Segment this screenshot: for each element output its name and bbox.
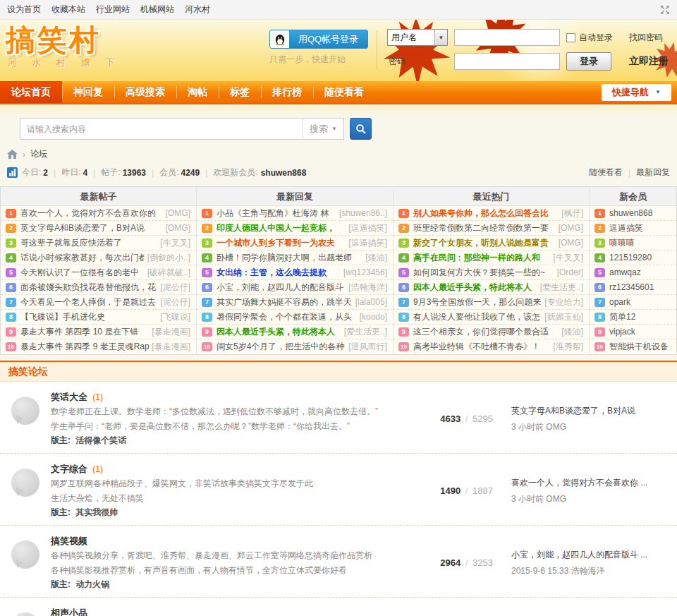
forum-name[interactable]: 文字综合	[51, 464, 87, 474]
auto-login-toggle[interactable]: 自动登录	[566, 32, 623, 44]
topbar-link[interactable]: 行业网站	[96, 4, 130, 16]
thread-tag[interactable]: [飞碟说]	[160, 311, 190, 323]
thread-link[interactable]: 如何回复何方大侠？要搞笑一些的~	[413, 267, 554, 279]
thread-tag[interactable]: [koodo]	[360, 312, 387, 322]
thread-tag[interactable]: [专业给力]	[544, 296, 583, 308]
breadcrumb-current[interactable]: 论坛	[30, 148, 47, 160]
nav-item-advanced-search[interactable]: 高级搜索	[114, 81, 176, 103]
thread-link[interactable]: 一个城市人到乡下看到一为农夫	[216, 237, 346, 249]
nav-item-ranking[interactable]: 排行榜	[261, 81, 313, 103]
login-type-select[interactable]: 用户名 ▼	[387, 29, 448, 46]
nav-item-collections[interactable]: 淘帖	[176, 81, 219, 103]
thread-tag[interactable]: [破碎就破..]	[147, 267, 190, 279]
thread-link[interactable]: 今天看见一个老人摔倒，于是就过去	[20, 296, 157, 308]
thread-link[interactable]: 小品《主角与配角》杜海涛 林	[216, 207, 336, 219]
topbar-link[interactable]: 河水村	[185, 4, 210, 16]
search-button[interactable]	[350, 118, 372, 140]
member-link[interactable]: amwqaz	[609, 267, 671, 277]
thread-link[interactable]: 高手在民间：那些神一样的路人和	[413, 252, 550, 264]
register-link[interactable]: 立即注册	[629, 55, 673, 68]
thread-tag[interactable]: [泥公仔]	[160, 296, 190, 308]
thread-link[interactable]: 9月3号全国放假一天，那么问题来	[413, 296, 542, 308]
latest-reply-link[interactable]: 最新回复	[636, 167, 670, 179]
thread-link[interactable]: 暑假同学聚会，个个都在装逼，从头	[216, 311, 357, 323]
thread-link[interactable]: 有人说没人要他让我收了他，该怎	[413, 311, 542, 323]
thread-link[interactable]: 哥这辈子就靠反应快活着了	[20, 237, 157, 249]
forum-name[interactable]: 搞笑视频	[51, 536, 87, 546]
thread-tag[interactable]: [Order]	[557, 267, 583, 277]
thread-link[interactable]: 卧槽！同学你脑洞好大啊，出题老师	[216, 252, 362, 264]
thread-link[interactable]: 因本人最近手头紧，特此将本人	[216, 326, 341, 338]
member-link[interactable]: 嘻嘻嘻	[609, 237, 671, 249]
member-link[interactable]: 智能烘干机设备	[609, 341, 671, 353]
search-type-dropdown[interactable]: 搜索 ▼	[303, 119, 343, 139]
member-link[interactable]: rz12345601	[609, 282, 671, 292]
fullscreen-icon[interactable]	[660, 5, 670, 15]
member-link[interactable]: 逗逼搞笑	[609, 222, 671, 234]
member-link[interactable]: shuwen868	[609, 208, 671, 218]
forum-name[interactable]: 笑话大全	[51, 392, 87, 402]
thread-tag[interactable]: [lala005]	[355, 297, 387, 307]
forum-moderator-name[interactable]: 动力火锅	[75, 579, 109, 589]
username-input[interactable]	[454, 29, 560, 46]
forum-last-post-title[interactable]: 英文字母A和B谈恋爱了，B对A说	[511, 405, 673, 417]
thread-tag[interactable]: [OMG]	[166, 223, 190, 233]
thread-tag[interactable]: [浩翰海洋]	[348, 282, 387, 294]
thread-tag[interactable]: [泥公仔]	[160, 282, 190, 294]
thread-link[interactable]: 面条被馒头欺负找花卷替他报仇，花	[20, 282, 157, 294]
thread-link[interactable]: 因本人最近手头紧，特此将本人	[413, 282, 537, 294]
nav-item-forum-home[interactable]: 论坛首页	[0, 81, 62, 103]
thread-link[interactable]: 闺女5岁4个月了，把生活中的各种	[216, 341, 346, 353]
thread-tag[interactable]: [暴走漫画]	[152, 341, 190, 353]
thread-tag[interactable]: [倒叙的小..]	[147, 252, 190, 264]
member-link[interactable]: vipjack	[609, 327, 671, 337]
quick-nav-button[interactable]: 快捷导航 ▼	[602, 84, 671, 101]
forum-last-post-title[interactable]: 小宝，刘能，赵四几人的配音版斗 ...	[511, 549, 673, 561]
thread-tag[interactable]: [逗逼搞笑]	[348, 222, 387, 234]
nav-item-god-replies[interactable]: 神回复	[62, 81, 114, 103]
thread-tag[interactable]: [妩媚玉仙]	[544, 311, 583, 323]
thread-tag[interactable]: [枫仔]	[561, 207, 583, 219]
nav-item-tags[interactable]: 标签	[219, 81, 261, 103]
thread-tag[interactable]: [逗逼搞笑]	[348, 237, 387, 249]
thread-link[interactable]: 女出纳：主管，这么晚去提款	[216, 267, 341, 279]
topbar-link[interactable]: 收藏本站	[51, 4, 85, 16]
thread-link[interactable]: 印度人德国人中国人一起竞标，	[216, 222, 346, 234]
member-link[interactable]: 121519280	[609, 253, 671, 262]
thread-link[interactable]: 暴走大事件 第四季 9 老王灵魂Rap	[20, 341, 149, 353]
thread-tag[interactable]: [shuwen86..]	[339, 208, 387, 218]
thread-tag[interactable]: [牛叉叉]	[160, 237, 190, 249]
thread-link[interactable]: 新交了个女朋友，听别人说她是富贵	[413, 237, 556, 249]
thread-link[interactable]: 小宝，刘能，赵四几人的配音版斗	[216, 282, 346, 294]
find-password-link[interactable]: 找回密码	[629, 32, 673, 44]
forum-icon-link[interactable]	[0, 535, 51, 591]
thread-link[interactable]: 话说小时候家教甚好，每次出门都	[20, 252, 145, 264]
thread-tag[interactable]: [OMG]	[559, 223, 583, 233]
auto-login-checkbox[interactable]	[566, 33, 575, 42]
thread-link[interactable]: 暴走大事件 第四季 10 是在下错	[20, 326, 149, 338]
forum-section-title[interactable]: 搞笑论坛	[0, 366, 48, 378]
thread-tag[interactable]: [淮秀帮]	[553, 341, 583, 353]
thread-link[interactable]: 高考毕业特辑《不吐槽不青春》！	[413, 341, 550, 353]
forum-name[interactable]: 相声小品	[51, 608, 87, 616]
thread-link[interactable]: 喜欢一个人，觉得对方不会喜欢你的	[20, 207, 163, 219]
thread-link[interactable]: 今天刚认识了一位很有名的老中	[20, 267, 145, 279]
site-logo[interactable]: 搞笑村 河 水 村 旗 下	[6, 24, 121, 69]
thread-tag[interactable]: [逆风而行]	[348, 341, 387, 353]
forum-icon-link[interactable]	[0, 391, 51, 447]
forum-icon-link[interactable]	[0, 607, 51, 616]
thread-link[interactable]: 班里经常倒数第二向经常倒数第一要	[413, 222, 556, 234]
forum-icon-link[interactable]	[0, 463, 51, 519]
thread-tag[interactable]: [矮油]	[561, 326, 583, 338]
topbar-link[interactable]: 机械网站	[140, 4, 174, 16]
thread-tag[interactable]: [爱生活更..]	[540, 282, 583, 294]
search-input[interactable]	[20, 119, 303, 139]
newest-member-link[interactable]: shuwen868	[261, 168, 307, 178]
thread-tag[interactable]: [OMG]	[166, 208, 190, 218]
thread-tag[interactable]: [爱生活更..]	[344, 326, 387, 338]
thread-tag[interactable]: [暴走漫画]	[152, 326, 190, 338]
forum-last-post-title[interactable]: 喜欢一个人，觉得对方不会喜欢你 ...	[511, 477, 673, 489]
forum-moderator-name[interactable]: 活得像个笑话	[75, 435, 126, 445]
thread-link[interactable]: 【飞碟说】手机进化史	[20, 311, 157, 323]
nav-item-browse-random[interactable]: 随便看看	[313, 81, 375, 103]
